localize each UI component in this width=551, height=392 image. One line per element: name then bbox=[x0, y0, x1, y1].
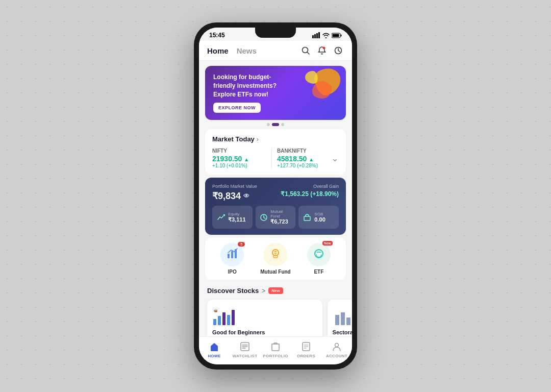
nifty-item: NIFTY 21930.50 ▲ +1.10 (+0.01%) bbox=[212, 148, 266, 168]
market-arrow: › bbox=[257, 136, 259, 143]
nifty-change: +1.10 (+0.01%) bbox=[212, 163, 266, 168]
discover-header: Discover Stocks > New bbox=[199, 283, 352, 298]
nav-watchlist[interactable]: WATCHLIST bbox=[232, 341, 258, 358]
mf-card[interactable]: Mutual Fund ₹6,723 bbox=[256, 206, 296, 229]
indicator-1 bbox=[267, 123, 270, 126]
svg-rect-0 bbox=[312, 35, 314, 38]
mf-action[interactable]: Mutual Fund bbox=[260, 243, 290, 275]
mf-info: Mutual Fund ₹6,723 bbox=[270, 209, 291, 225]
stock-card-title-1: Good for Beginners bbox=[212, 329, 317, 335]
etf-action[interactable]: New ETF bbox=[307, 243, 331, 275]
portfolio-header: Portfolio Market Value ₹9,834 👁 Overall … bbox=[212, 184, 339, 202]
equity-label: Equity bbox=[228, 212, 246, 216]
banner-text: Looking for budget-friendly investments?… bbox=[213, 73, 282, 99]
etf-icon-wrap: New bbox=[307, 243, 331, 266]
explore-button[interactable]: EXPLORE NOW bbox=[213, 103, 261, 113]
svg-rect-22 bbox=[222, 312, 226, 325]
banner-section: Looking for budget-friendly investments?… bbox=[205, 66, 346, 120]
stock-card-img-2 bbox=[333, 305, 352, 325]
status-time: 15:45 bbox=[209, 32, 225, 39]
indicator-2 bbox=[272, 123, 279, 126]
etf-new-badge: New bbox=[322, 241, 333, 246]
sgb-icon bbox=[303, 213, 312, 222]
mf-icon bbox=[260, 213, 268, 222]
sgb-card[interactable]: SGB 0.00 bbox=[298, 206, 339, 229]
expand-icon[interactable]: ⌄ bbox=[331, 153, 339, 164]
svg-rect-27 bbox=[335, 315, 339, 325]
ipo-icon-wrap: 5 bbox=[220, 243, 244, 266]
discover-arrow: > bbox=[262, 287, 265, 295]
sgb-info: SGB 0.00 bbox=[314, 212, 325, 223]
equity-info: Equity ₹3,111 bbox=[228, 212, 246, 223]
search-button[interactable] bbox=[300, 45, 311, 56]
ipo-icon bbox=[226, 248, 238, 262]
equity-value: ₹3,111 bbox=[228, 216, 246, 223]
ipo-badge: 5 bbox=[238, 242, 245, 247]
equity-icon bbox=[216, 213, 226, 222]
nav-account-label: ACCOUNT bbox=[326, 354, 347, 358]
indicator-3 bbox=[281, 123, 284, 126]
phone-notch bbox=[255, 28, 296, 38]
ipo-action[interactable]: 5 IPO bbox=[220, 243, 244, 275]
svg-point-9 bbox=[323, 47, 325, 50]
gain-value: ₹1,563.25 (+18.90%) bbox=[281, 190, 339, 198]
svg-rect-14 bbox=[228, 254, 230, 258]
banknifty-item: BANKNIFTY 45818.50 ▲ +127.70 (+0.28%) bbox=[277, 148, 331, 168]
nifty-label: NIFTY bbox=[212, 148, 266, 154]
sgb-label: SGB bbox=[314, 212, 325, 216]
svg-rect-32 bbox=[213, 347, 216, 351]
bell-button[interactable] bbox=[316, 45, 328, 56]
svg-rect-5 bbox=[341, 34, 342, 36]
portfolio-nav-icon bbox=[270, 341, 281, 352]
svg-rect-29 bbox=[346, 317, 350, 325]
mf-action-label: Mutual Fund bbox=[260, 269, 290, 275]
nav-orders[interactable]: ORDERS bbox=[293, 341, 319, 358]
stocks-scroll: 📦 Good for Beginners Stocks suggestions … bbox=[199, 298, 352, 336]
banner-indicators bbox=[199, 123, 352, 126]
stock-card-sectoral[interactable]: Sectoral Themes Explore stocks of differ… bbox=[328, 300, 352, 336]
phone-screen: 15:45 bbox=[199, 28, 352, 364]
market-header[interactable]: Market Today › bbox=[212, 135, 339, 143]
mf-icon-wrap bbox=[264, 243, 287, 266]
orders-icon bbox=[300, 341, 312, 352]
banner-shape3 bbox=[305, 71, 318, 84]
quick-actions: 5 IPO Mutual Fund bbox=[205, 238, 346, 280]
market-divider bbox=[271, 148, 272, 168]
banknifty-value: 45818.50 ▲ bbox=[277, 155, 331, 163]
home-icon bbox=[209, 341, 220, 352]
discover-title: Discover Stocks bbox=[207, 287, 259, 295]
phone-frame: 15:45 bbox=[194, 22, 357, 370]
etf-icon bbox=[313, 248, 325, 262]
nav-home[interactable]: HOME bbox=[202, 341, 227, 358]
equity-card[interactable]: Equity ₹3,111 bbox=[212, 206, 253, 229]
gain-label: Overall Gain bbox=[281, 184, 339, 189]
market-title: Market Today bbox=[212, 135, 255, 143]
mf-value: ₹6,723 bbox=[270, 218, 291, 225]
header: Home News bbox=[199, 41, 352, 61]
wifi-icon bbox=[322, 33, 330, 38]
account-icon bbox=[331, 341, 342, 352]
svg-rect-23 bbox=[227, 315, 230, 325]
clock-button[interactable] bbox=[333, 45, 344, 56]
mf-action-icon bbox=[269, 248, 282, 262]
stock-card-beginners[interactable]: 📦 Good for Beginners Stocks suggestions … bbox=[207, 300, 322, 336]
portfolio-cards: Equity ₹3,111 Mutual Fund ₹6,723 bbox=[212, 206, 339, 229]
discover-new-tag: New bbox=[268, 287, 283, 294]
header-actions bbox=[300, 45, 344, 56]
tab-home[interactable]: Home bbox=[207, 46, 229, 55]
svg-rect-20 bbox=[213, 319, 216, 325]
nav-account[interactable]: ACCOUNT bbox=[324, 341, 349, 358]
nifty-arrow-icon: ▲ bbox=[244, 157, 249, 162]
tab-news[interactable]: News bbox=[237, 46, 257, 55]
portfolio-right: Overall Gain ₹1,563.25 (+18.90%) bbox=[281, 184, 339, 202]
banknifty-change: +127.70 (+0.28%) bbox=[277, 163, 331, 168]
watchlist-icon bbox=[239, 341, 251, 352]
nav-portfolio[interactable]: PORTFOLIO bbox=[263, 341, 288, 358]
status-icons bbox=[312, 32, 342, 38]
ipo-label: IPO bbox=[228, 269, 236, 275]
eye-icon[interactable]: 👁 bbox=[243, 192, 249, 200]
portfolio-left: Portfolio Market Value ₹9,834 👁 bbox=[212, 184, 257, 202]
svg-rect-6 bbox=[333, 34, 339, 37]
portfolio-value: ₹9,834 👁 bbox=[212, 190, 257, 202]
svg-rect-1 bbox=[314, 34, 316, 38]
